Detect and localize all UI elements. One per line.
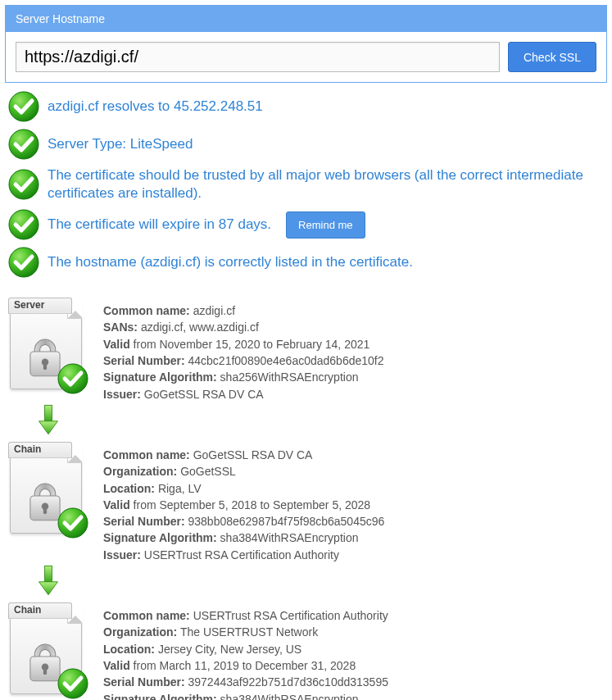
cert-field: Common name: GoGetSSL RSA DV CA: [103, 447, 384, 463]
check-icon: [8, 129, 39, 160]
cert-field: Serial Number: 44cbc21f00890e4e6ac0dad6b…: [103, 352, 384, 369]
cert-field: Signature Algorithm: sha384WithRSAEncryp…: [103, 691, 388, 700]
check-ssl-button[interactable]: Check SSL: [508, 42, 596, 72]
check-badge-icon: [57, 363, 88, 394]
cert-tag: Chain: [8, 442, 72, 458]
cert-field: Location: Jersey City, New Jersey, US: [103, 641, 388, 657]
result-row-resolve: azdigi.cf resolves to 45.252.248.51: [5, 88, 607, 125]
cert-field: Organization: The USERTRUST Network: [103, 624, 388, 640]
cert-field: Valid from September 5, 2018 to Septembe…: [103, 497, 384, 513]
results-list: azdigi.cf resolves to 45.252.248.51 Serv…: [0, 88, 612, 289]
cert-field: Valid from March 11, 2019 to December 31…: [103, 657, 388, 674]
result-text: The certificate will expire in 87 days.: [48, 216, 271, 234]
lock-document-icon: Server: [8, 298, 84, 391]
cert-info: Common name: GoGetSSL RSA DV CA Organiza…: [103, 442, 384, 563]
result-row-trusted: The certificate should be trusted by all…: [5, 163, 607, 206]
lock-document-icon: Chain: [8, 442, 84, 535]
cert-field: Issuer: USERTrust RSA Certification Auth…: [103, 547, 384, 563]
cert-icon: Chain: [5, 442, 87, 535]
cert-field: Serial Number: 3972443af922b751d7d36c10d…: [103, 674, 388, 690]
hostname-input[interactable]: [16, 42, 500, 72]
result-text: azdigi.cf resolves to 45.252.248.51: [48, 98, 604, 116]
cert-field: Issuer: GoGetSSL RSA DV CA: [103, 386, 384, 402]
cert-icon: Chain: [5, 602, 87, 696]
cert-field: Common name: USERTrust RSA Certification…: [103, 607, 388, 624]
cert-field: Location: Riga, LV: [103, 480, 384, 497]
lock-document-icon: Chain: [8, 602, 84, 696]
result-text: Server Type: LiteSpeed: [48, 135, 604, 153]
panel-title: Server Hostname: [6, 6, 606, 32]
result-text: The hostname (azdigi.cf) is correctly li…: [48, 253, 604, 271]
check-badge-icon: [57, 507, 88, 539]
chain-arrow: [5, 563, 607, 602]
cert-icon: Server: [5, 298, 87, 391]
cert-block-server: Server Common name: azdigi.cf SANs: azdi…: [5, 298, 607, 402]
check-icon: [8, 209, 39, 240]
result-row-expiry: The certificate will expire in 87 days. …: [5, 206, 607, 243]
result-row-hostname: The hostname (azdigi.cf) is correctly li…: [5, 243, 607, 281]
remind-me-button[interactable]: Remind me: [286, 211, 365, 239]
cert-field: Signature Algorithm: sha256WithRSAEncryp…: [103, 369, 384, 385]
cert-field: Serial Number: 938bb08e62987b4f75f98cb6a…: [103, 513, 384, 530]
cert-field: SANs: azdigi.cf, www.azdigi.cf: [103, 319, 384, 335]
cert-block-chain: Chain Common name: GoGetSSL RSA DV CA Or…: [5, 442, 607, 563]
arrow-down-icon: [36, 563, 61, 598]
certificate-chain: Server Common name: azdigi.cf SANs: azdi…: [0, 289, 612, 700]
cert-tag: Server: [8, 298, 72, 314]
hostname-panel: Server Hostname Check SSL: [5, 5, 607, 83]
result-row-server-type: Server Type: LiteSpeed: [5, 125, 607, 163]
cert-info: Common name: USERTrust RSA Certification…: [103, 602, 388, 700]
cert-field: Organization: GoGetSSL: [103, 463, 384, 480]
cert-info: Common name: azdigi.cf SANs: azdigi.cf, …: [103, 298, 384, 402]
arrow-down-icon: [36, 402, 61, 437]
cert-field: Valid from November 15, 2020 to February…: [103, 336, 384, 352]
panel-body: Check SSL: [6, 32, 606, 82]
cert-field: Common name: azdigi.cf: [103, 302, 384, 319]
cert-field: Signature Algorithm: sha384WithRSAEncryp…: [103, 530, 384, 546]
check-badge-icon: [57, 668, 88, 699]
check-icon: [8, 91, 39, 122]
cert-block-chain: Chain Common name: USERTrust RSA Certifi…: [5, 602, 607, 700]
cert-tag: Chain: [8, 602, 72, 619]
check-icon: [8, 247, 39, 278]
check-icon: [8, 169, 39, 200]
result-text: The certificate should be trusted by all…: [48, 166, 604, 202]
chain-arrow: [5, 402, 607, 442]
